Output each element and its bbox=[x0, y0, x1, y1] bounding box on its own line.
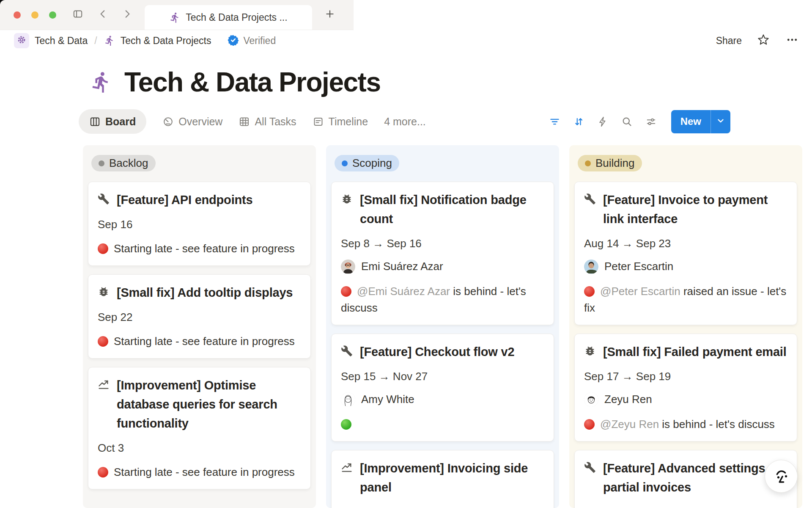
card-dates: Oct 3 bbox=[98, 442, 301, 455]
chevron-down-icon[interactable] bbox=[710, 110, 730, 133]
status-dot-red bbox=[341, 286, 351, 297]
ellipsis-icon[interactable] bbox=[785, 33, 799, 48]
minimize-button[interactable] bbox=[31, 11, 38, 19]
app-window: Tech & Data Projects ... Tech & Data / T… bbox=[0, 0, 812, 508]
column-status-pill[interactable]: Backlog bbox=[91, 155, 156, 171]
ai-assistant-button[interactable] bbox=[765, 460, 798, 493]
avatar bbox=[341, 260, 355, 274]
share-button[interactable]: Share bbox=[716, 35, 742, 47]
card-status: Starting late - see feature in progress bbox=[98, 240, 301, 257]
browser-tab-bar: Tech & Data Projects ... bbox=[0, 0, 354, 30]
mention[interactable]: @Zeyu Ren bbox=[600, 418, 662, 431]
chart-icon bbox=[341, 461, 354, 474]
board-column-building: Building[Feature] Invoice to payment lin… bbox=[569, 145, 802, 508]
status-dot-red bbox=[584, 419, 595, 430]
card-title: [Small fix] Add tooltip displays bbox=[117, 283, 293, 302]
column-status-pill[interactable]: Scoping bbox=[335, 155, 399, 171]
close-button[interactable] bbox=[14, 11, 21, 19]
mention[interactable]: @Peter Escartin bbox=[600, 285, 683, 298]
gear-icon bbox=[16, 35, 27, 47]
ai-face-icon bbox=[772, 467, 790, 486]
status-dot-red bbox=[98, 467, 108, 478]
column-title: Building bbox=[595, 157, 635, 170]
verified-badge-icon bbox=[228, 34, 239, 47]
card-status: Starting late - see feature in progress bbox=[98, 464, 301, 480]
card-title: [Feature] Checkout flow v2 bbox=[360, 342, 514, 362]
card-dates: Sep 8 → Sep 16 bbox=[341, 237, 544, 250]
project-card[interactable]: [Improvement] Optimise database queries … bbox=[88, 367, 311, 489]
wrench-icon bbox=[341, 345, 354, 358]
card-assignee: Amy White bbox=[341, 392, 544, 407]
runner-icon bbox=[104, 35, 115, 46]
card-title: [Feature] API endpoints bbox=[117, 190, 252, 210]
assignee-name: Emi Suárez Azar bbox=[361, 260, 443, 273]
tab-board[interactable]: Board bbox=[79, 109, 146, 134]
breadcrumb-team[interactable]: Tech & Data bbox=[35, 35, 88, 47]
column-title: Backlog bbox=[109, 157, 148, 170]
board-column-backlog: Backlog[Feature] API endpointsSep 16Star… bbox=[83, 145, 316, 508]
card-assignee: Zeyu Ren bbox=[584, 392, 787, 407]
wrench-icon bbox=[98, 193, 110, 206]
tab-overview[interactable]: Overview bbox=[162, 116, 222, 128]
verified-label: Verified bbox=[243, 35, 276, 47]
assignee-name: Amy White bbox=[361, 393, 414, 406]
card-title: [Small fix] Failed payment email bbox=[603, 342, 787, 362]
tab-4-more[interactable]: 4 more... bbox=[384, 116, 426, 128]
sort-icon[interactable] bbox=[571, 113, 587, 130]
board-icon bbox=[89, 116, 101, 127]
zoom-button[interactable] bbox=[49, 11, 56, 19]
breadcrumb: Tech & Data / Tech & Data Projects Verif… bbox=[14, 33, 276, 48]
project-card[interactable]: [Small fix] Notification badge countSep … bbox=[331, 182, 554, 325]
tab-all-tasks[interactable]: All Tasks bbox=[239, 116, 296, 128]
project-card[interactable]: [Improvement] Invoicing side panel bbox=[331, 450, 554, 508]
title-block: Tech & Data Projects bbox=[90, 63, 380, 102]
tab-label: Board bbox=[105, 116, 136, 128]
breadcrumb-page[interactable]: Tech & Data Projects bbox=[121, 35, 211, 47]
view-toolbar: New bbox=[546, 109, 730, 134]
card-title: [Improvement] Invoicing side panel bbox=[360, 459, 544, 497]
status-dot-red bbox=[98, 243, 108, 254]
assignee-name: Peter Escartin bbox=[604, 260, 673, 273]
page-header: Tech & Data / Tech & Data Projects Verif… bbox=[0, 30, 812, 52]
card-status: @Zeyu Ren is behind - let's discuss bbox=[584, 416, 787, 433]
column-title: Scoping bbox=[352, 157, 392, 170]
project-card[interactable]: [Feature] Checkout flow v2Sep 15 → Nov 2… bbox=[331, 334, 554, 442]
card-title: [Small fix] Notification badge count bbox=[360, 190, 544, 229]
card-title: [Feature] Invoice to payment link interf… bbox=[603, 190, 787, 229]
status-dot-red bbox=[584, 286, 595, 297]
new-button-label[interactable]: New bbox=[671, 110, 710, 133]
new-button[interactable]: New bbox=[671, 110, 730, 133]
filter-icon[interactable] bbox=[546, 113, 563, 130]
project-card[interactable]: [Feature] Invoice to payment link interf… bbox=[574, 182, 797, 325]
board: Backlog[Feature] API endpointsSep 16Star… bbox=[83, 145, 802, 508]
card-title: [Feature] Advanced settings on partial i… bbox=[603, 459, 787, 497]
new-tab-button[interactable] bbox=[323, 8, 337, 22]
browser-tab[interactable]: Tech & Data Projects ... bbox=[145, 5, 312, 30]
project-card[interactable]: [Small fix] Add tooltip displaysSep 22St… bbox=[88, 274, 311, 359]
bug-icon bbox=[584, 345, 597, 358]
card-status: Starting late - see feature in progress bbox=[98, 333, 301, 350]
card-dates: Sep 16 bbox=[98, 218, 301, 231]
sliders-icon[interactable] bbox=[643, 113, 660, 130]
lightning-icon[interactable] bbox=[595, 113, 612, 130]
wrench-icon bbox=[584, 461, 597, 474]
star-icon[interactable] bbox=[756, 33, 771, 48]
avatar bbox=[584, 392, 598, 407]
teamspace-chip[interactable] bbox=[14, 33, 29, 48]
search-icon[interactable] bbox=[619, 113, 636, 130]
project-card[interactable]: [Feature] Advanced settings on partial i… bbox=[574, 450, 797, 508]
mention[interactable]: @Emi Suárez Azar bbox=[357, 285, 453, 298]
forward-icon[interactable] bbox=[120, 8, 134, 22]
project-card[interactable]: [Small fix] Failed payment emailSep 17 →… bbox=[574, 334, 797, 442]
column-status-pill[interactable]: Building bbox=[578, 155, 642, 171]
page-title: Tech & Data Projects bbox=[124, 66, 380, 98]
project-card[interactable]: [Feature] API endpointsSep 16Starting la… bbox=[88, 182, 311, 266]
verified-badge[interactable]: Verified bbox=[228, 34, 276, 47]
tab-label: 4 more... bbox=[384, 116, 426, 128]
tab-timeline[interactable]: Timeline bbox=[313, 116, 368, 128]
tab-title: Tech & Data Projects ... bbox=[186, 12, 287, 23]
back-icon[interactable] bbox=[96, 8, 110, 22]
sidebar-toggle-icon[interactable] bbox=[71, 8, 85, 22]
table-icon bbox=[239, 116, 250, 127]
card-assignee: Emi Suárez Azar bbox=[341, 260, 544, 274]
